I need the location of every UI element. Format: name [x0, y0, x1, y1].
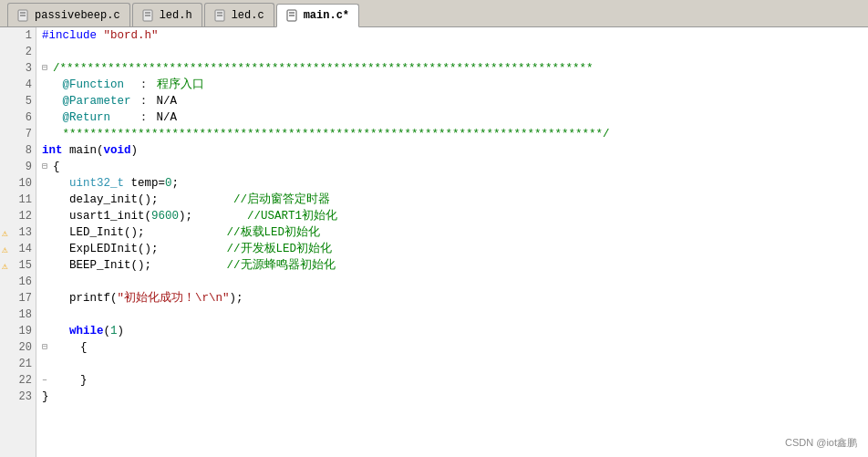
file-icon: [142, 9, 155, 22]
line-gutter: 1 2 3 4 5 6 7 8 9 10 11 12 ⚠ 13 ⚠ 14: [0, 27, 36, 457]
code-line-3: ⊟/**************************************…: [36, 60, 868, 77]
line-7: 7: [0, 126, 36, 142]
code-line-19: while(1): [36, 323, 868, 339]
line-16: 16: [0, 274, 36, 290]
tab-ledc[interactable]: led.c: [204, 3, 274, 26]
code-line-16: [36, 274, 868, 290]
file-icon: [214, 9, 227, 22]
code-line-4: @Function ： 程序入口: [36, 77, 868, 93]
code-lines: #include "bord.h" ⊟/********************…: [36, 27, 868, 405]
editor-container: passivebeep.c led.h led.c: [0, 0, 868, 457]
line-22: 22: [0, 372, 36, 389]
line-19: 19: [0, 323, 36, 339]
tab-ledh-label: led.h: [160, 9, 192, 22]
code-line-17: printf("初始化成功！\r\n");: [36, 290, 868, 306]
code-line-12: usart1_init(9600); //USART1初始化: [36, 208, 868, 224]
code-line-2: [36, 44, 868, 60]
file-icon: [17, 9, 30, 22]
fold-icon-9[interactable]: ⊟: [42, 159, 53, 175]
code-line-14: ExpLEDInit(); //开发板LED初始化: [36, 241, 868, 257]
fold-close-22[interactable]: –: [42, 372, 53, 389]
code-line-11: delay_init(); //启动窗答定时器: [36, 192, 868, 208]
code-line-6: @Return ： N/A: [36, 109, 868, 126]
code-line-5: @Parameter ： N/A: [36, 93, 868, 109]
line-21: 21: [0, 356, 36, 372]
code-line-21: [36, 356, 868, 372]
file-icon: [286, 9, 299, 22]
line-1: 1: [0, 27, 36, 44]
code-line-8: int main(void): [36, 142, 868, 159]
code-line-15: BEEP_Init(); //无源蜂鸣器初始化: [36, 257, 868, 274]
warning-icon-14: ⚠: [2, 244, 8, 255]
line-23: 23: [0, 389, 36, 405]
line-12: 12: [0, 208, 36, 224]
line-10: 10: [0, 175, 36, 192]
tab-ledh[interactable]: led.h: [132, 3, 202, 26]
line-15: ⚠ 15: [0, 257, 36, 274]
code-line-1: #include "bord.h": [36, 27, 868, 44]
line-4: 4: [0, 77, 36, 93]
code-line-20: ⊟ {: [36, 339, 868, 356]
editor-window: passivebeep.c led.h led.c: [0, 0, 868, 457]
line-9: 9: [0, 159, 36, 175]
line-3: 3: [0, 60, 36, 77]
watermark: CSDN @iot鑫鹏: [785, 436, 857, 450]
line-18: 18: [0, 306, 36, 323]
line-5: 5: [0, 93, 36, 109]
code-line-23: }: [36, 389, 868, 405]
code-line-13: LED_Init(); //板载LED初始化: [36, 224, 868, 241]
code-content[interactable]: #include "bord.h" ⊟/********************…: [36, 27, 868, 457]
fold-icon-20[interactable]: ⊟: [42, 339, 53, 356]
line-20: 20: [0, 339, 36, 356]
code-line-22: – }: [36, 372, 868, 389]
tab-ledc-label: led.c: [232, 9, 264, 22]
tab-bar: passivebeep.c led.h led.c: [0, 0, 868, 27]
line-14: ⚠ 14: [0, 241, 36, 257]
tab-passivebeep-label: passivebeep.c: [35, 9, 120, 22]
line-2: 2: [0, 44, 36, 60]
tab-mainc-label: main.c*: [304, 9, 349, 22]
line-6: 6: [0, 109, 36, 126]
line-8: 8: [0, 142, 36, 159]
code-line-10: uint32_t temp=0;: [36, 175, 868, 192]
code-line-7: ****************************************…: [36, 126, 868, 142]
line-13: ⚠ 13: [0, 224, 36, 241]
line-11: 11: [0, 192, 36, 208]
tab-mainc[interactable]: main.c*: [276, 4, 359, 27]
code-line-18: [36, 306, 868, 323]
code-line-9: ⊟{: [36, 159, 868, 175]
tab-passivebeep[interactable]: passivebeep.c: [7, 3, 130, 26]
fold-icon-3[interactable]: ⊟: [42, 60, 53, 77]
warning-icon-15: ⚠: [2, 260, 8, 272]
code-area: 1 2 3 4 5 6 7 8 9 10 11 12 ⚠ 13 ⚠ 14: [0, 27, 868, 457]
line-17: 17: [0, 290, 36, 306]
warning-icon-13: ⚠: [2, 227, 8, 239]
